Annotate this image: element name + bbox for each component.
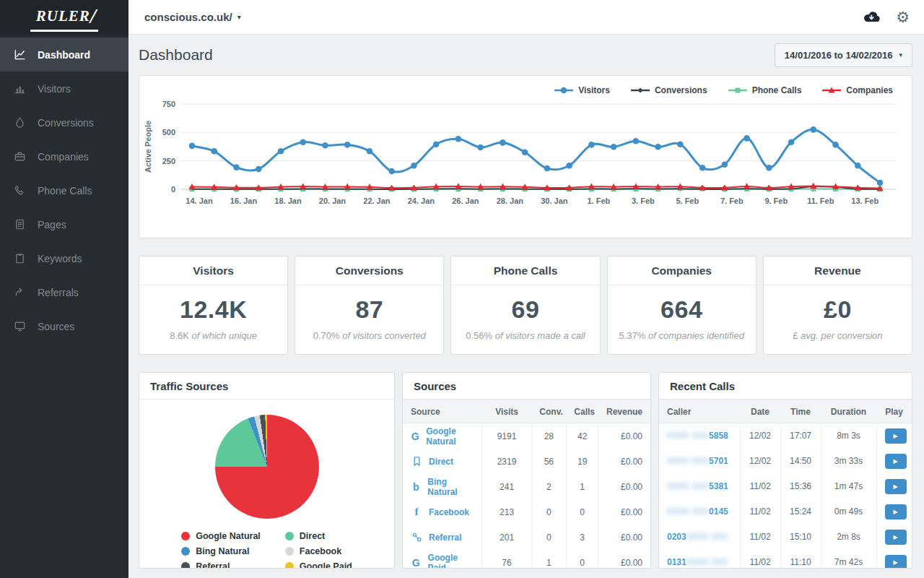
caller-number[interactable]: 02030000 000 [659, 525, 740, 550]
date-range-selector[interactable]: 14/01/2016 to 14/02/2016 ▾ [775, 43, 912, 67]
svg-text:9. Feb: 9. Feb [764, 197, 788, 205]
sidebar-item-visitors[interactable]: Visitors [0, 72, 128, 105]
stat-card-revenue: Revenue £0 £ avg. per conversion [763, 256, 912, 355]
legend-label: Direct [300, 531, 325, 541]
calls-value: 3 [566, 525, 598, 550]
source-link[interactable]: Google Natural [426, 426, 474, 447]
duration-value: 3m 33s [821, 449, 876, 474]
visits-value: 201 [482, 525, 532, 550]
phone-icon [14, 184, 26, 197]
sidebar-item-phone-calls[interactable]: Phone Calls [0, 173, 128, 207]
google-icon: G [411, 557, 422, 569]
calls-value: 0 [566, 499, 598, 525]
call-row: 0000 000585812/0217:078m 3s▶ [659, 423, 912, 449]
svg-text:22. Jan: 22. Jan [363, 197, 391, 205]
play-icon: ▶ [893, 428, 897, 444]
stat-card-companies: Companies 664 5.37% of companies identif… [607, 256, 757, 355]
play-button[interactable]: ▶ [885, 555, 907, 569]
source-row: GGoogle Natural91912842£0.00 [403, 423, 650, 449]
svg-text:500: 500 [162, 128, 175, 137]
caller-number[interactable]: 0000 0000145 [659, 499, 740, 525]
call-row: 0000 000014511/0215:240m 49s▶ [659, 499, 912, 525]
pie-legend: Google NaturalDirectBing NaturalFacebook… [181, 531, 352, 569]
legend-swatch [181, 562, 190, 569]
cloud-download-icon[interactable] [863, 10, 881, 24]
conv-value: 2 [531, 474, 566, 499]
stat-card-title: Visitors [139, 256, 287, 285]
column-header: Date [740, 400, 780, 423]
site-selector[interactable]: conscious.co.uk/ ▾ [144, 11, 241, 23]
source-link[interactable]: Google Paid [428, 553, 474, 569]
chart-legend: VisitorsConversionsPhone CallsCompanies [139, 76, 912, 95]
legend-phone-calls[interactable]: Phone Calls [728, 85, 802, 95]
stat-card-subtext: 5.37% of companies identified [608, 330, 756, 341]
duration-value: 0m 49s [821, 499, 876, 525]
svg-text:3. Feb: 3. Feb [632, 197, 655, 205]
source-link[interactable]: Referral [429, 532, 461, 543]
date-range-label: 14/01/2016 to 14/02/2016 [785, 50, 893, 61]
caller-number[interactable]: 0000 0005858 [659, 423, 740, 449]
page-header: Dashboard 14/01/2016 to 14/02/2016 ▾ [139, 35, 912, 75]
line-chart-icon [14, 48, 26, 61]
stat-card-title: Conversions [295, 256, 443, 285]
stat-card-value: 664 [608, 296, 756, 324]
date-value: 11/02 [740, 525, 780, 550]
source-link[interactable]: Direct [429, 457, 453, 467]
legend-visitors[interactable]: Visitors [554, 85, 610, 95]
sidebar-item-referrals[interactable]: Referrals [0, 275, 128, 309]
revenue-value: £0.00 [598, 550, 650, 569]
play-button[interactable]: ▶ [885, 454, 907, 469]
caller-number[interactable]: 01310000 000 [659, 550, 740, 569]
masked-digits: 0000 000 [667, 506, 709, 517]
caller-number[interactable]: 0000 0005701 [659, 449, 740, 474]
ruler-logo[interactable]: RULER/ [0, 0, 128, 35]
sidebar-item-keywords[interactable]: Keywords [0, 241, 128, 275]
legend-label: Phone Calls [752, 85, 802, 95]
legend-label: Visitors [578, 85, 610, 95]
play-button[interactable]: ▶ [885, 530, 907, 545]
sidebar-item-pages[interactable]: Pages [0, 207, 128, 241]
source-row: fFacebook21300£0.00 [403, 499, 650, 525]
sources-table: Source Visits Conv. Calls Revenue GGoogl… [403, 400, 650, 569]
play-button[interactable]: ▶ [885, 479, 907, 494]
sidebar-item-companies[interactable]: Companies [0, 139, 128, 173]
caller-visible-digits: 0145 [709, 506, 728, 517]
legend-swatch [181, 532, 190, 540]
legend-conversions[interactable]: Conversions [630, 85, 707, 95]
column-header: Revenue [598, 400, 650, 423]
sidebar-item-sources[interactable]: Sources [0, 309, 128, 343]
play-button[interactable]: ▶ [885, 504, 907, 519]
source-row: bBing Natural24121£0.00 [403, 474, 650, 499]
play-button[interactable]: ▶ [885, 428, 907, 444]
column-header: Visits [482, 400, 532, 423]
sidebar-item-dashboard[interactable]: Dashboard [0, 38, 128, 72]
svg-text:1. Feb: 1. Feb [587, 197, 610, 205]
source-link[interactable]: Facebook [429, 507, 469, 517]
gear-icon[interactable]: ⚙ [896, 9, 910, 25]
stat-card-title: Phone Calls [451, 256, 599, 285]
source-link[interactable]: Bing Natural [427, 477, 474, 497]
revenue-value: £0.00 [598, 499, 650, 525]
bar-chart-icon [14, 82, 26, 95]
svg-text:20. Jan: 20. Jan [319, 197, 346, 205]
caller-number[interactable]: 0000 0005381 [659, 474, 740, 499]
chevron-down-icon: ▾ [237, 13, 241, 21]
date-value: 11/02 [740, 499, 780, 525]
caller-visible-digits: 0131 [667, 557, 687, 567]
masked-digits: 0000 000 [667, 431, 709, 441]
facebook-icon: f [411, 506, 422, 518]
chevron-down-icon: ▾ [899, 51, 902, 59]
legend-companies[interactable]: Companies [821, 85, 893, 95]
caller-visible-digits: 5858 [709, 431, 728, 441]
source-row: Referral20103£0.00 [403, 525, 650, 550]
masked-digits: 0000 000 [667, 456, 709, 466]
column-header: Calls [566, 400, 598, 423]
sidebar-item-conversions[interactable]: Conversions [0, 105, 128, 139]
content: Dashboard 14/01/2016 to 14/02/2016 ▾ Vis… [128, 35, 924, 578]
card-title: Sources [403, 373, 650, 400]
legend-label: Google Paid [300, 561, 352, 569]
briefcase-icon [14, 150, 26, 163]
time-value: 15:24 [780, 499, 821, 525]
table-header-row: Source Visits Conv. Calls Revenue [403, 400, 650, 423]
legend-label: Referral [196, 561, 230, 569]
